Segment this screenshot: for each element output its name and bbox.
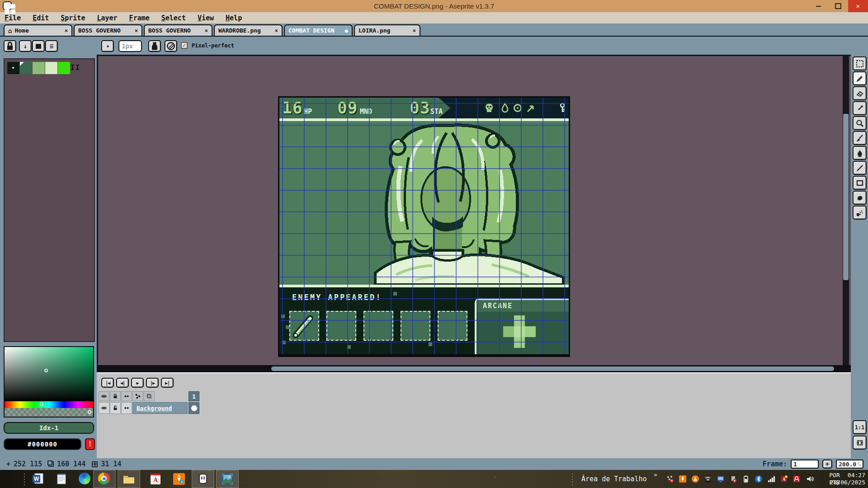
acrobat-update-tray-icon[interactable]: A <box>779 474 788 483</box>
zoom-tool-button[interactable] <box>853 116 867 130</box>
desktop-toolbar-label[interactable]: Área de Trabalho <box>581 475 647 483</box>
timeline-toggle-button[interactable] <box>853 436 867 450</box>
dynamics-button[interactable] <box>165 40 177 52</box>
zoom-1-1-button[interactable]: 1:1 <box>853 420 867 434</box>
rocket-app-taskbar-icon[interactable]: i <box>173 473 185 485</box>
tab-boss-governo-2[interactable]: BOSS GOVERNO × <box>144 24 212 36</box>
palette-swatch-2[interactable] <box>33 62 45 74</box>
timeline-onion-toggle[interactable] <box>121 391 132 401</box>
timeline-duplicate-button[interactable] <box>144 391 155 401</box>
palette-swatch-3[interactable] <box>45 62 57 74</box>
frame-number-input[interactable] <box>791 460 819 469</box>
adobe-tray-icon[interactable] <box>792 474 801 483</box>
acrobat-taskbar-icon[interactable]: A <box>149 473 162 485</box>
drop-pixels-button[interactable]: ↓ <box>19 40 32 52</box>
menu-view[interactable]: View <box>198 14 214 22</box>
palette-resize-grip[interactable]: II <box>71 64 80 72</box>
skip-end-button[interactable]: ▶| <box>161 378 174 388</box>
tab-close-icon[interactable]: × <box>65 28 68 34</box>
photos-taskbar-icon[interactable] <box>221 473 234 485</box>
contour-tool-button[interactable] <box>853 191 867 205</box>
device-eject-tray-icon[interactable] <box>729 474 738 483</box>
tab-combat-design[interactable]: COMBAT DESIGN ● <box>284 24 353 36</box>
index-color-button[interactable]: Idx-1 <box>4 422 94 434</box>
menu-select[interactable]: Select <box>161 14 186 22</box>
toolbar-chevron[interactable]: » <box>654 471 657 478</box>
add-frame-button[interactable]: + <box>822 460 832 469</box>
hue-marker[interactable] <box>40 403 43 406</box>
cel-frame-1[interactable] <box>189 402 199 414</box>
tab-close-icon[interactable]: × <box>135 28 138 34</box>
zoom-level-field[interactable]: 200.0 % <box>836 460 863 469</box>
layer-background[interactable]: Background <box>132 402 188 414</box>
close-button[interactable]: × <box>848 0 868 12</box>
pencil-tool-button[interactable] <box>853 71 867 85</box>
tab-close-icon[interactable]: × <box>413 28 416 34</box>
menu-help[interactable]: Help <box>226 14 242 22</box>
avast-tray-icon[interactable] <box>691 474 700 483</box>
pixel-perfect-checkbox[interactable]: ✓ <box>181 42 188 49</box>
prev-frame-button[interactable]: ◀| <box>116 378 129 388</box>
play-button[interactable]: ▶ <box>131 378 144 388</box>
marquee-tool-button[interactable] <box>853 56 867 70</box>
brush-size-input[interactable] <box>118 40 142 52</box>
timeline-eye-toggle[interactable] <box>99 391 109 401</box>
alpha-marker[interactable] <box>88 410 91 414</box>
hue-slider[interactable] <box>5 401 93 408</box>
notepad-taskbar-icon[interactable] <box>55 473 68 485</box>
palette-swatch-0[interactable] <box>7 62 19 74</box>
rectangle-tool-button[interactable] <box>853 176 867 190</box>
alpha-slider[interactable] <box>5 408 93 417</box>
aseprite-taskbar-icon[interactable] <box>197 473 209 485</box>
hex-color-field[interactable]: #000000 <box>4 438 81 450</box>
maximize-button[interactable] <box>828 0 848 12</box>
volume-tray-icon[interactable] <box>806 474 815 483</box>
sv-marker[interactable] <box>44 369 48 372</box>
paint-bucket-tool-button[interactable] <box>853 146 867 160</box>
tab-home[interactable]: ⌂ Home × <box>4 24 72 36</box>
layer-lock-toggle[interactable] <box>110 402 121 414</box>
chrome-taskbar-icon[interactable] <box>98 473 111 485</box>
palette-swatch-1[interactable] <box>20 62 32 74</box>
line-tool-button[interactable] <box>853 161 867 175</box>
frame-header-1[interactable]: 1 <box>189 391 199 401</box>
horizontal-scroll-thumb[interactable] <box>271 366 834 371</box>
tab-close-icon[interactable]: × <box>275 28 278 34</box>
sprite-canvas[interactable]: 16 HP 09 MND 03 STA <box>278 96 570 357</box>
network-signal-tray-icon[interactable] <box>767 474 776 483</box>
ink-button[interactable] <box>148 40 161 52</box>
menu-layer[interactable]: Layer <box>97 14 117 22</box>
lock-button[interactable] <box>4 40 16 52</box>
tab-loira[interactable]: LOIRA.png × <box>354 24 420 36</box>
minimize-button[interactable] <box>808 0 828 12</box>
saturation-value-box[interactable] <box>5 347 93 401</box>
edge-taskbar-icon[interactable] <box>79 473 91 485</box>
color-selector[interactable] <box>4 346 94 418</box>
epic-games-tray-icon[interactable]: EPIC <box>703 474 712 483</box>
explorer-taskbar-icon[interactable] <box>123 473 135 485</box>
sync-tray-icon[interactable] <box>665 474 675 483</box>
timeline-link-button[interactable] <box>132 391 143 401</box>
timeline-lock-toggle[interactable] <box>110 391 121 401</box>
tab-wardrobe[interactable]: WARDROBE.png × <box>214 24 283 36</box>
fill-button[interactable] <box>32 40 45 52</box>
tab-close-icon[interactable]: × <box>205 28 208 34</box>
word-taskbar-icon[interactable]: W <box>32 473 44 485</box>
next-frame-button[interactable]: |▶ <box>146 378 159 388</box>
color-warning-button[interactable]: ! <box>85 438 95 450</box>
jumble-tool-button[interactable] <box>853 206 867 220</box>
menu-sprite[interactable]: Sprite <box>61 14 85 22</box>
start-button[interactable] <box>5 4 15 14</box>
battery-tray-icon[interactable] <box>741 474 750 483</box>
options-menu-button[interactable]: ≡ <box>45 40 58 52</box>
menu-edit[interactable]: Edit <box>33 14 49 22</box>
brush-tool-button[interactable] <box>853 131 867 145</box>
rocket-tray-icon[interactable] <box>678 474 687 483</box>
brush-preview-button[interactable] <box>101 40 114 52</box>
bluetooth-tray-icon[interactable] <box>754 474 763 483</box>
tab-boss-governo-1[interactable]: BOSS GOVERNO × <box>74 24 142 36</box>
layer-continuous-toggle[interactable] <box>121 402 132 414</box>
eyedropper-tool-button[interactable] <box>853 101 867 115</box>
menu-frame[interactable]: Frame <box>129 14 150 22</box>
palette-swatch-4[interactable] <box>58 62 70 74</box>
